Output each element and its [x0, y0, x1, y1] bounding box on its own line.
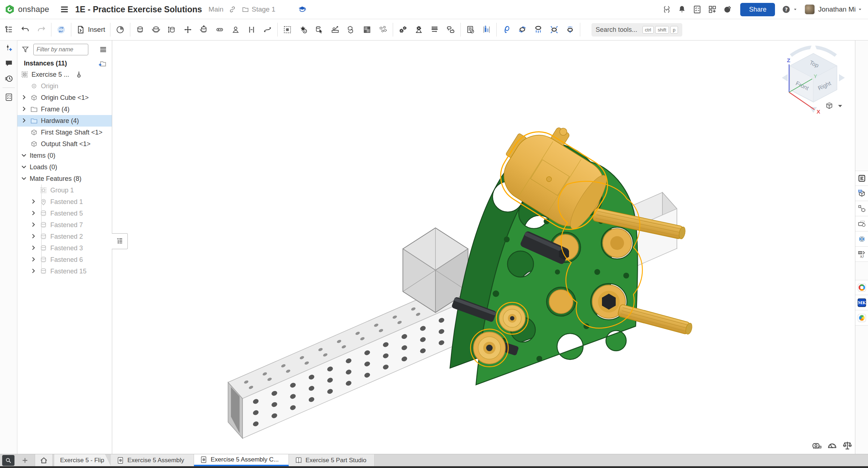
tape-measure-button[interactable]: [812, 440, 822, 451]
chevron-right-icon[interactable]: [30, 244, 39, 252]
notification-bell-icon[interactable]: [677, 5, 687, 14]
tree-row-fastened-7[interactable]: Fastened 7: [17, 219, 112, 231]
appearance-panel-button[interactable]: [378, 25, 388, 34]
display-states-button[interactable]: [362, 25, 372, 34]
user-avatar[interactable]: [805, 4, 815, 14]
tree-row-fastened-15[interactable]: Fastened 15: [17, 265, 112, 277]
view-cube-body[interactable]: Top Front Right: [790, 54, 837, 102]
tree-row-group-1[interactable]: Group 1: [17, 184, 112, 196]
user-name[interactable]: Jonathan Mi: [818, 5, 856, 13]
sidebar-item-create-version[interactable]: [0, 41, 17, 56]
chevron-down-icon[interactable]: [20, 175, 30, 183]
pin-slot-mate-button[interactable]: [215, 25, 224, 34]
right-panel-pinwheel-app[interactable]: [855, 231, 868, 247]
doc-tab-exercise-5-part-studio[interactable]: Exercise 5 Part Studio: [289, 454, 375, 466]
parallel-mate-button[interactable]: [247, 25, 256, 34]
pull-together-button[interactable]: [549, 25, 559, 34]
graduation-cap-icon[interactable]: [298, 5, 307, 14]
learning-center-icon[interactable]: [723, 5, 732, 14]
right-panel-named-views[interactable]: [855, 216, 868, 231]
tree-row-hardware-4[interactable]: Hardware (4): [17, 115, 112, 127]
tree-row-output-shaft-1[interactable]: Output Shaft <1>: [17, 138, 112, 150]
chevron-right-icon[interactable]: [30, 221, 39, 229]
right-panel-feature-script[interactable]: x): [855, 247, 868, 262]
rotate-view-button[interactable]: [518, 25, 527, 34]
chevron-down-icon[interactable]: [20, 163, 30, 171]
right-panel-derived-instance[interactable]: [855, 201, 868, 216]
tree-row-fastened-6[interactable]: Fastened 6: [17, 254, 112, 265]
settle-parts-button[interactable]: [534, 25, 543, 34]
folder-icon[interactable]: [241, 5, 249, 13]
chevron-right-icon[interactable]: [20, 94, 30, 102]
belt-relation-button[interactable]: [446, 25, 455, 34]
cylindrical-mate-button[interactable]: [199, 25, 208, 34]
link-icon[interactable]: [228, 5, 236, 13]
tree-row-items-0[interactable]: Items (0): [17, 150, 112, 161]
filter-funnel-icon[interactable]: [21, 45, 30, 54]
sidebar-item-comments[interactable]: [0, 56, 17, 71]
bill-of-materials-button[interactable]: [466, 25, 475, 34]
assembly-3d-view[interactable]: [112, 41, 855, 454]
tree-row-fastened-2[interactable]: Fastened 2: [17, 231, 112, 242]
right-panel-configurations[interactable]: [855, 186, 868, 201]
mate-connector-button[interactable]: [299, 25, 308, 34]
animate-button[interactable]: [502, 25, 511, 34]
copy-in-context-button[interactable]: [346, 25, 356, 34]
share-button[interactable]: Share: [740, 3, 775, 16]
tree-row-origin[interactable]: Origin: [17, 80, 112, 92]
insert-button[interactable]: Insert: [76, 25, 105, 34]
chevron-down-icon[interactable]: [20, 152, 30, 159]
tree-row-mate-features-8[interactable]: Mate Features (8): [17, 173, 112, 184]
snapshot-spray-button[interactable]: [565, 25, 575, 34]
tree-row-exercise-5[interactable]: Exercise 5 ...: [17, 69, 112, 80]
measure-button[interactable]: [482, 25, 491, 34]
help-circle-icon[interactable]: ?: [781, 5, 791, 14]
add-tab-button[interactable]: [20, 454, 30, 466]
screw-relation-button[interactable]: [430, 25, 439, 34]
replicate-button[interactable]: [330, 25, 340, 34]
help-menu[interactable]: ?: [781, 5, 798, 14]
slider-mate-button[interactable]: [167, 25, 177, 34]
chevron-right-icon[interactable]: [30, 267, 39, 275]
3d-viewport[interactable]: Top Front Right Z X Y: [112, 41, 855, 454]
protractor-button[interactable]: [827, 440, 838, 451]
chevron-right-icon[interactable]: [20, 105, 30, 113]
chevron-right-icon[interactable]: [30, 209, 39, 217]
right-app-app-color-ring[interactable]: [855, 280, 868, 295]
api-braces-icon[interactable]: [662, 5, 671, 14]
right-app-app-mk[interactable]: MK: [855, 295, 868, 310]
tree-row-frame-4[interactable]: Frame (4): [17, 103, 112, 115]
caret-down-icon[interactable]: [857, 7, 863, 12]
search-tools[interactable]: Search tools... ctrlshiftp: [591, 23, 682, 37]
hamburger-menu-icon[interactable]: [59, 4, 69, 14]
tree-row-origin-cube-1[interactable]: Origin Cube <1>: [17, 92, 112, 103]
chevron-right-icon[interactable]: [30, 198, 39, 206]
chevron-right-icon[interactable]: [30, 233, 39, 241]
tree-row-fastened-1[interactable]: Fastened 1: [17, 196, 112, 208]
breadcrumb[interactable]: Stage 1: [252, 5, 275, 13]
rack-and-pinion-relation-button[interactable]: [414, 25, 424, 34]
right-app-app-color-pie[interactable]: [855, 310, 868, 326]
tree-row-first-stage-shaft-1[interactable]: First Stage Shaft <1>: [17, 127, 112, 138]
apps-grid-add-icon[interactable]: [708, 5, 717, 14]
undo-button[interactable]: [21, 25, 30, 34]
tasks-checklist-icon[interactable]: [692, 5, 702, 14]
redo-button[interactable]: [37, 25, 46, 34]
panel-collapse-handle[interactable]: [112, 233, 128, 249]
doc-tab-exercise-5-flip[interactable]: Exercise 5 - Flip: [54, 454, 111, 466]
sidebar-item-assembly-structure[interactable]: [0, 19, 17, 41]
ball-mate-button[interactable]: [231, 25, 240, 34]
right-panel-format-sheet[interactable]: [855, 171, 868, 186]
mate-button[interactable]: [115, 25, 125, 34]
doc-tab-exercise-5-assembly[interactable]: Exercise 5 Assembly: [111, 454, 194, 466]
doc-tab-exercise-5-assembly-c[interactable]: Exercise 5 Assembly C...: [194, 454, 289, 466]
sync-update-button[interactable]: [56, 25, 66, 34]
workspace-label[interactable]: Main: [208, 5, 223, 13]
insert-new-folder-icon[interactable]: [97, 59, 107, 68]
chevron-right-icon[interactable]: [20, 117, 30, 125]
sidebar-item-history[interactable]: [0, 71, 17, 86]
tree-row-fastened-3[interactable]: Fastened 3: [17, 242, 112, 254]
tangent-mate-button[interactable]: [263, 25, 272, 34]
group-parts-button[interactable]: [283, 25, 292, 34]
sidebar-item-follow-mode[interactable]: [0, 89, 17, 105]
